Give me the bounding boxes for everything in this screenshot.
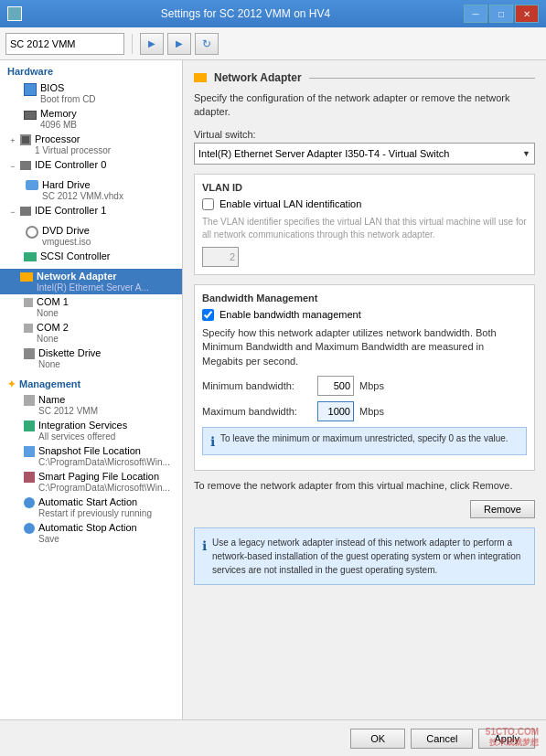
com2-text: COM 2 None: [37, 322, 178, 344]
remove-button[interactable]: Remove: [470, 500, 535, 518]
dvd-icon: [26, 226, 38, 239]
nic-expand: [7, 271, 18, 285]
vlan-checkbox-label: Enable virtual LAN identification: [219, 198, 361, 209]
bandwidth-info-box: ℹ To leave the minimum or maximum unrest…: [202, 427, 527, 455]
sidebar-item-harddrive[interactable]: Hard Drive SC 2012 VMM.vhdx: [0, 177, 182, 203]
sidebar-item-ide0[interactable]: − IDE Controller 0: [0, 157, 182, 177]
sidebar-item-bios[interactable]: BIOS Boot from CD: [0, 80, 182, 106]
sidebar-item-com1[interactable]: COM 1 None: [0, 294, 182, 320]
expand-placeholder: [11, 296, 22, 311]
ide0-expand[interactable]: −: [7, 159, 18, 174]
ide1-expand[interactable]: −: [7, 205, 18, 219]
ide0-icon: [20, 161, 31, 170]
expand-placeholder: [11, 250, 22, 265]
diskette-icon: [24, 348, 35, 359]
processor-text: Processor 1 Virtual processor: [35, 133, 178, 155]
sidebar-item-integration[interactable]: Integration Services All services offere…: [0, 418, 182, 443]
panel-description: Specify the configuration of the network…: [194, 91, 535, 120]
sidebar-item-com2[interactable]: COM 2 None: [0, 320, 182, 346]
legacy-info-text: Use a legacy network adapter instead of …: [212, 536, 527, 577]
vlan-input[interactable]: [202, 247, 239, 267]
max-bandwidth-label: Maximum bandwidth:: [202, 406, 312, 417]
vlan-checkbox[interactable]: [202, 198, 214, 210]
sidebar-item-snapshot[interactable]: Snapshot File Location C:\ProgramData\Mi…: [0, 443, 182, 469]
refresh-button[interactable]: ↻: [195, 33, 219, 55]
close-button[interactable]: ✕: [515, 5, 539, 23]
back-icon: ▶: [148, 38, 155, 48]
bottom-bar: OK Cancel Apply: [0, 719, 546, 756]
back-button[interactable]: ▶: [140, 33, 164, 55]
vlan-section-title: VLAN ID: [202, 182, 527, 193]
min-bandwidth-label: Minimum bandwidth:: [202, 380, 312, 391]
sidebar-item-ide1[interactable]: − IDE Controller 1: [0, 203, 182, 223]
expand-placeholder: [11, 82, 22, 97]
ok-button[interactable]: OK: [350, 729, 405, 749]
hardware-section-header: Hardware: [0, 60, 182, 80]
sidebar-item-smartpaging[interactable]: Smart Paging File Location C:\ProgramDat…: [0, 469, 182, 495]
min-bandwidth-input[interactable]: [317, 376, 354, 396]
sidebar-item-name[interactable]: Name SC 2012 VMM: [0, 392, 182, 418]
virtual-switch-label: Virtual switch:: [194, 129, 535, 140]
max-bandwidth-input[interactable]: [317, 401, 354, 421]
remove-row: To remove the network adapter from this …: [194, 480, 535, 491]
title-bar: Settings for SC 2012 VMM on HV4 ─ □ ✕: [0, 0, 546, 27]
vm-selector[interactable]: SC 2012 VMM: [5, 33, 124, 55]
sidebar-item-scsi[interactable]: SCSI Controller: [0, 249, 182, 269]
expand-placeholder: [11, 322, 22, 336]
snapshot-icon: [24, 446, 35, 457]
virtual-switch-value: Intel(R) Ethernet Server Adapter I350-T4…: [198, 148, 522, 159]
virtual-switch-dropdown[interactable]: Intel(R) Ethernet Server Adapter I350-T4…: [194, 143, 535, 165]
expand-placeholder: [11, 108, 22, 122]
bandwidth-checkbox[interactable]: [202, 309, 214, 321]
remove-note: To remove the network adapter from this …: [194, 480, 512, 491]
sidebar-item-autostop[interactable]: Automatic Stop Action Save: [0, 520, 182, 546]
toolbar: SC 2012 VMM ▶ ▶ ↻: [0, 27, 546, 60]
legacy-info-box: ℹ Use a legacy network adapter instead o…: [194, 527, 535, 585]
maximize-button[interactable]: □: [489, 5, 513, 23]
processor-expand[interactable]: +: [7, 133, 18, 148]
integration-icon: [24, 421, 35, 431]
bandwidth-checkbox-row: Enable bandwidth management: [202, 309, 527, 321]
sidebar-item-diskette[interactable]: Diskette Drive None: [0, 346, 182, 371]
sidebar-item-memory[interactable]: Memory 4096 MB: [0, 106, 182, 132]
app-icon: [7, 6, 22, 21]
nic-icon: [20, 272, 33, 282]
min-bandwidth-row: Minimum bandwidth: Mbps: [202, 376, 527, 396]
sidebar-item-processor[interactable]: + Processor 1 Virtual processor: [0, 132, 182, 157]
name-icon: [24, 395, 35, 406]
harddrive-icon: [26, 180, 38, 190]
smartpaging-text: Smart Paging File Location C:\ProgramDat…: [38, 471, 178, 493]
scsi-icon: [24, 252, 37, 261]
expand-placeholder: [11, 522, 22, 537]
right-panel: Network Adapter Specify the configuratio…: [183, 60, 546, 719]
remove-button-row: Remove: [194, 500, 535, 518]
max-bandwidth-unit: Mbps: [359, 406, 384, 417]
minimize-button[interactable]: ─: [464, 5, 487, 23]
apply-button[interactable]: Apply: [478, 729, 535, 749]
expand-placeholder: [11, 420, 22, 434]
sidebar-item-dvd[interactable]: DVD Drive vmguest.iso: [0, 223, 182, 249]
expand-placeholder: [11, 471, 22, 485]
dropdown-arrow-icon: ▼: [522, 149, 530, 158]
harddrive-text: Hard Drive SC 2012 VMM.vhdx: [42, 179, 178, 201]
bandwidth-section-title: Bandwidth Management: [202, 293, 527, 303]
refresh-icon: ↻: [202, 37, 211, 50]
sidebar-item-nic[interactable]: Network Adapter Intel(R) Ethernet Server…: [0, 269, 182, 294]
nic-panel-icon: [194, 73, 207, 82]
memory-text: Memory 4096 MB: [40, 108, 178, 130]
legacy-info-icon: ℹ: [202, 537, 207, 556]
sidebar-item-autostart[interactable]: Automatic Start Action Restart if previo…: [0, 495, 182, 520]
forward-button[interactable]: ▶: [167, 33, 191, 55]
autostop-icon: [24, 523, 35, 534]
toolbar-separator: [132, 34, 133, 54]
name-item-text: Name SC 2012 VMM: [38, 394, 178, 416]
window-controls: ─ □ ✕: [464, 5, 539, 23]
vlan-section: VLAN ID Enable virtual LAN identificatio…: [194, 174, 535, 275]
scsi-text: SCSI Controller: [40, 250, 178, 261]
vlan-checkbox-row: Enable virtual LAN identification: [202, 198, 527, 210]
processor-icon: [20, 134, 31, 145]
max-bandwidth-row: Maximum bandwidth: Mbps: [202, 401, 527, 421]
dvd-text: DVD Drive vmguest.iso: [42, 225, 178, 247]
ide1-icon: [20, 207, 31, 216]
cancel-button[interactable]: Cancel: [411, 729, 473, 749]
